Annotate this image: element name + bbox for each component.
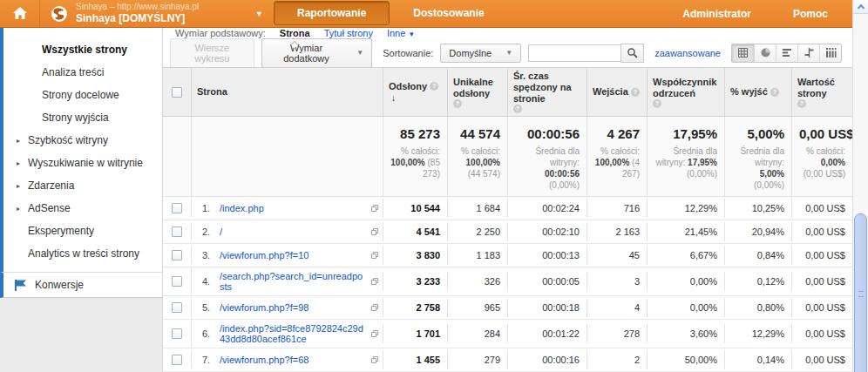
sidebar-item-szybko-witryny[interactable]: ▸Szybkość witryny [3,129,162,152]
row-checkbox[interactable] [172,250,182,260]
row-checkbox[interactable] [172,328,182,339]
cell-ods-ony: 3 233 [383,272,447,291]
tab-dostosowanie[interactable]: Dostosowanie [390,1,507,25]
external-link-icon[interactable] [367,329,379,338]
help-icon[interactable]: ? [770,88,779,97]
page-link[interactable]: /viewforum.php?f=68 [220,355,309,365]
sort-descending-icon[interactable]: ↓ [391,92,396,104]
row-checkbox-cell [163,250,191,260]
external-link-icon[interactable] [367,204,379,213]
expand-arrow-icon: ▸ [17,159,24,167]
column-header-warto-strony[interactable]: Wartość strony? [791,68,852,116]
external-link-icon[interactable] [367,251,379,260]
scroll-up-button[interactable] [853,0,868,14]
column-header-wsp-czynnik-odrzuce[interactable]: Współczynnik odrzuceń? [647,68,724,116]
page-link[interactable]: /viewforum.php?f=10 [220,250,309,260]
dimension-option-tytu-strony[interactable]: Tytuł strony [324,28,373,38]
topbar-link-administrator[interactable]: Administrator [682,8,751,20]
column-header-unikalne-ods-ony[interactable]: Unikalne odsłony? [447,68,507,116]
external-link-icon[interactable] [367,355,379,364]
row-index: 5. [192,302,220,313]
topbar-link-pomoc[interactable]: Pomoc [793,8,828,20]
chart-rows-button[interactable]: Wiersze wykresu [170,38,254,68]
account-selector[interactable]: Sinhaya – http://www.sinhaya.pl Sinhaya … [40,0,274,27]
row-checkbox-cell [163,276,191,287]
help-icon[interactable]: ? [430,82,438,91]
advanced-link[interactable]: zaawansowane [654,48,721,58]
cell-wej-cia: 2 [587,350,647,369]
account-url: Sinhaya – http://www.sinhaya.pl [76,2,199,12]
column-header-strona[interactable]: Strona [191,68,383,116]
vertical-scrollbar[interactable] [852,0,868,372]
page-link[interactable]: /viewforum.php?f=98 [220,302,309,313]
help-icon[interactable]: ? [797,99,806,108]
help-icon[interactable]: ? [653,99,661,108]
external-link-icon[interactable] [367,303,379,312]
search-button[interactable] [620,44,644,63]
row-checkbox[interactable] [172,227,182,237]
scrollbar-thumb[interactable] [854,213,867,372]
summary-value: 4 267 [594,126,640,141]
page-link[interactable]: / [220,227,222,237]
cell-%-wyj: 12,29% [724,324,791,343]
search-input[interactable] [528,44,620,62]
dimension-option-strona[interactable]: Strona [280,28,310,38]
cell-wsp-czynnik-odrzuce: 0,00% [647,272,724,291]
tab-raportowanie[interactable]: Raportowanie [274,1,390,25]
column-header-r-czas-sp-dzony-na-stronie[interactable]: Śr. czas spędzony na stronie? [507,68,587,116]
row-checkbox[interactable] [172,355,182,365]
page-link[interactable]: /search.php?search_id=unreadposts [220,271,367,292]
sidebar-item-eksperymenty[interactable]: Eksperymenty [3,220,162,242]
table-header: StronaOdsłony?↓Unikalne odsłony?Śr. czas… [163,67,852,117]
table-view-icon[interactable] [732,44,754,62]
sidebar-item-analytics-w-tre-ci-strony[interactable]: Analytics w treści strony [3,242,162,265]
summary-value: 85 273 [390,126,440,141]
column-header-ods-ony[interactable]: Odsłony?↓ [383,68,447,116]
cell-%-wyj: 0,80% [724,298,791,317]
table-row: 2./4 5412 25000:02:102 16321,45%20,94%0,… [163,220,852,244]
sidebar-item-wszystkie-strony[interactable]: Wszystkie strony [3,38,162,61]
external-link-icon[interactable] [367,277,379,286]
external-link-icon[interactable] [367,227,379,236]
help-icon[interactable]: ? [513,105,522,113]
sort-dropdown[interactable]: Domyślne ▼ [440,44,521,63]
dimension-option-inne[interactable]: Inne▼ [387,28,415,38]
sidebar-nav: Wszystkie stronyAnaliza treściStrony doc… [0,28,162,272]
performance-view-icon[interactable] [776,44,797,62]
page-body: Wszystkie stronyAnaliza treściStrony doc… [0,28,852,372]
sidebar-item-konwersje[interactable]: Konwersje [0,272,162,298]
column-header-label: Wejścia [593,86,628,98]
percentage-view-icon[interactable] [754,44,776,62]
secondary-dimension-dropdown[interactable]: Wymiar dodatkowy ▼ [261,38,373,68]
row-checkbox[interactable] [172,276,182,287]
home-button[interactable] [0,0,40,27]
table-summary-row: 85 273% całości: 100,00% (85 273)44 574%… [163,117,852,197]
column-header-wej-cia[interactable]: Wejścia? [587,68,647,116]
sidebar: Wszystkie stronyAnaliza treściStrony doc… [0,28,162,372]
comparison-view-icon[interactable] [797,44,819,62]
sidebar-item-wyszukiwanie-w-witrynie[interactable]: ▸Wyszukiwanie w witrynie [3,152,162,174]
page-cell: 1./index.php [191,200,383,217]
sidebar-item-analiza-tre-ci[interactable]: Analiza treści [3,61,162,84]
cell-warto-strony: 0,00 US$ [791,246,852,265]
select-all-checkbox[interactable] [172,87,182,98]
summary-cell-%-wyj: 5,00%Średnia dla witryny: 5,00% (0,00%) [724,117,791,196]
help-icon[interactable]: ? [631,88,640,97]
sidebar-item-strony-docelowe[interactable]: Strony docelowe [3,84,162,106]
row-checkbox[interactable] [172,203,182,213]
cell-warto-strony: 0,00 US$ [791,222,852,241]
sidebar-item-adsense[interactable]: ▸AdSense [3,197,162,220]
pivot-view-icon[interactable] [819,44,841,62]
page-link[interactable]: /index.php?sid=8fce8792824c29d43dd8d80ac… [220,323,367,344]
sidebar-item-zdarzenia[interactable]: ▸Zdarzenia [3,174,162,197]
page-link[interactable]: /index.php [220,203,264,213]
sidebar-item-strony-wyj-cia[interactable]: Strony wyjścia [3,106,162,129]
row-checkbox[interactable] [172,302,182,313]
summary-subtext: % całości: 0,00% (0,00 US$) [799,145,845,179]
help-icon[interactable]: ? [453,99,462,108]
row-checkbox-cell [163,302,191,313]
caret-down-icon: ▼ [356,49,363,57]
toolbar-right: zaawansowane [528,44,845,63]
cell-wsp-czynnik-odrzuce: 12,29% [647,199,724,218]
column-header-%-wyj[interactable]: % wyjść? [724,68,791,116]
